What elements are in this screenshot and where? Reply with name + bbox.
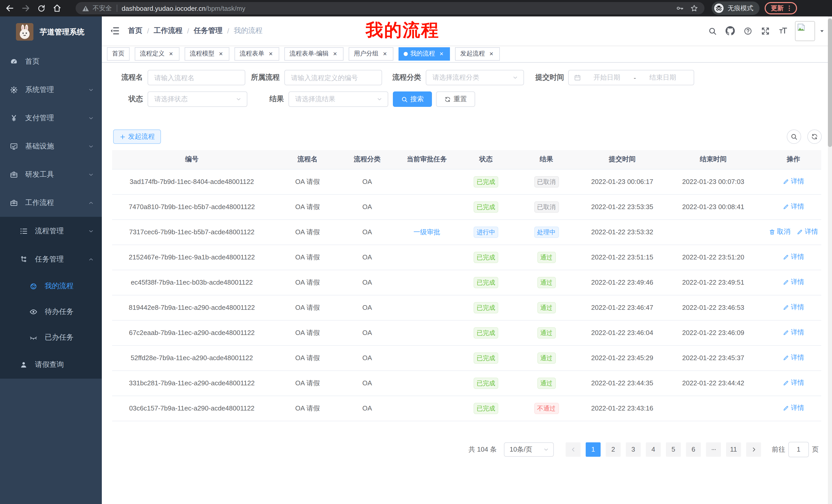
- tab-label: 流程表单-编辑: [289, 49, 329, 58]
- table-row: 67c2eaab-7b9a-11ec-a290-acde48001122OA 请…: [112, 320, 821, 345]
- browser-reload-icon[interactable]: [37, 4, 46, 12]
- chevron-left-icon: [570, 446, 576, 452]
- tab-流程表单[interactable]: 流程表单×: [234, 47, 279, 60]
- tab-流程模型[interactable]: 流程模型×: [185, 47, 229, 60]
- cell-status: 进行中: [463, 219, 509, 245]
- app-logo-row[interactable]: 芋道管理系统: [0, 17, 102, 47]
- tab-发起流程[interactable]: 发起流程×: [455, 47, 500, 60]
- sidebar-collapse-icon[interactable]: [109, 26, 120, 36]
- jump-page-input[interactable]: [788, 442, 809, 457]
- close-tab-icon[interactable]: ×: [167, 50, 174, 57]
- close-tab-icon[interactable]: ×: [217, 50, 224, 57]
- close-tab-icon[interactable]: ×: [488, 50, 495, 57]
- sidebar-item-tree[interactable]: 任务管理: [0, 245, 102, 273]
- show-search-button[interactable]: [787, 130, 801, 144]
- detail-link[interactable]: 详情: [783, 353, 804, 362]
- sidebar-item-suitcase[interactable]: 研发工具: [0, 160, 102, 189]
- sidebar-item-eye[interactable]: 待办任务: [0, 299, 102, 325]
- fullscreen-icon[interactable]: [761, 26, 770, 35]
- password-key-icon[interactable]: [676, 4, 684, 12]
- close-tab-icon[interactable]: ×: [382, 50, 388, 57]
- cell-status: 已完成: [463, 370, 509, 396]
- browser-update-menu[interactable]: 更新: [765, 2, 797, 15]
- sidebar-item-face[interactable]: 我的流程: [0, 273, 102, 299]
- page-size-select[interactable]: 10条/页: [504, 442, 554, 456]
- close-tab-icon[interactable]: ×: [267, 50, 274, 57]
- reset-button[interactable]: 重置: [436, 91, 475, 107]
- tab-流程表单-编辑[interactable]: 流程表单-编辑×: [284, 47, 343, 60]
- close-tab-icon[interactable]: ×: [332, 50, 338, 57]
- breadcrumb-item[interactable]: 任务管理: [194, 26, 223, 35]
- status-select[interactable]: 请选择状态: [148, 91, 247, 107]
- detail-link[interactable]: 详情: [783, 303, 804, 312]
- category-select[interactable]: 请选择流程分类: [426, 70, 524, 85]
- cell-status: 已完成: [463, 295, 509, 320]
- page-button-11[interactable]: 11: [726, 442, 741, 456]
- address-bar[interactable]: 不安全 dashboard.yudao.iocoder.cn/bpm/task/…: [76, 2, 704, 15]
- detail-link[interactable]: 详情: [783, 278, 804, 287]
- font-size-icon[interactable]: [779, 26, 788, 35]
- search-button[interactable]: 搜索: [393, 91, 432, 107]
- scrollbar-thumb[interactable]: [828, 19, 832, 147]
- detail-link[interactable]: 详情: [783, 403, 804, 413]
- cell-category: OA: [343, 370, 391, 396]
- cell-actions: 详情: [766, 295, 821, 320]
- caret-down-icon[interactable]: [819, 28, 825, 34]
- cell-end-time: 2022-01-22 23:44:42: [661, 370, 766, 396]
- prev-page-button[interactable]: [566, 442, 580, 456]
- page-button-2[interactable]: 2: [606, 442, 621, 456]
- page-button-6[interactable]: 6: [686, 442, 701, 456]
- result-select[interactable]: 请选择流结果: [288, 91, 388, 107]
- detail-link[interactable]: 详情: [783, 379, 804, 388]
- sidebar-item-gear[interactable]: 系统管理: [0, 76, 102, 104]
- detail-link[interactable]: 详情: [797, 227, 818, 236]
- browser-home-icon[interactable]: [52, 4, 62, 13]
- sidebar-item-monitor[interactable]: 基础设施: [0, 132, 102, 160]
- tab-流程定义[interactable]: 流程定义×: [135, 47, 179, 60]
- security-warning-icon[interactable]: [82, 4, 89, 12]
- sidebar-item-dashboard[interactable]: 首页: [0, 47, 102, 76]
- browser-forward-icon[interactable]: [21, 4, 30, 13]
- tab-label: 流程模型: [190, 49, 214, 58]
- github-icon[interactable]: [726, 26, 735, 35]
- cell-result: 通过: [509, 270, 583, 295]
- help-icon[interactable]: [744, 26, 752, 35]
- browser-back-icon[interactable]: [5, 4, 15, 13]
- breadcrumb-item[interactable]: 工作流程: [154, 26, 183, 35]
- page-button-1[interactable]: 1: [586, 442, 601, 456]
- sidebar-item-flow-list[interactable]: 流程管理: [0, 217, 102, 245]
- breadcrumb-item[interactable]: 首页: [128, 26, 142, 35]
- search-icon[interactable]: [708, 26, 717, 35]
- sidebar-item-suitcase[interactable]: 工作流程: [0, 189, 102, 217]
- detail-link[interactable]: 详情: [783, 328, 804, 337]
- tab-用户分组[interactable]: 用户分组×: [349, 47, 393, 60]
- cell-submit-time: 2022-01-22 23:46:47: [583, 295, 661, 320]
- cell-result: 通过: [509, 370, 583, 396]
- next-page-button[interactable]: [746, 442, 761, 456]
- detail-link[interactable]: 详情: [783, 177, 804, 186]
- tab-我的流程[interactable]: 我的流程×: [398, 47, 450, 60]
- process-name-input[interactable]: [148, 70, 245, 85]
- tab-首页[interactable]: 首页: [107, 47, 130, 60]
- sidebar-item-eye-closed[interactable]: 已办任务: [0, 325, 102, 351]
- page-button-5[interactable]: 5: [666, 442, 681, 456]
- start-process-button[interactable]: 发起流程: [113, 130, 161, 144]
- bookmark-star-icon[interactable]: [690, 4, 698, 12]
- page-more-button[interactable]: [706, 442, 721, 456]
- page-button-4[interactable]: 4: [646, 442, 661, 456]
- current-task-link[interactable]: 一级审批: [413, 227, 440, 236]
- sidebar-item-yen[interactable]: 支付管理: [0, 104, 102, 132]
- cancel-link[interactable]: 取消: [769, 227, 790, 236]
- status-badge: 已完成: [474, 352, 498, 363]
- sidebar-item-user[interactable]: 请假查询: [0, 351, 102, 379]
- submit-time-range-picker[interactable]: 开始日期 - 结束日期: [568, 70, 694, 85]
- refresh-table-button[interactable]: [807, 130, 822, 144]
- avatar[interactable]: [795, 21, 815, 41]
- process-definition-input[interactable]: [284, 70, 382, 85]
- close-tab-icon[interactable]: ×: [438, 50, 445, 57]
- page-scrollbar[interactable]: [828, 17, 832, 504]
- kebab-menu-icon[interactable]: [786, 5, 793, 12]
- detail-link[interactable]: 详情: [783, 253, 804, 262]
- page-button-3[interactable]: 3: [626, 442, 641, 456]
- detail-link[interactable]: 详情: [783, 202, 804, 212]
